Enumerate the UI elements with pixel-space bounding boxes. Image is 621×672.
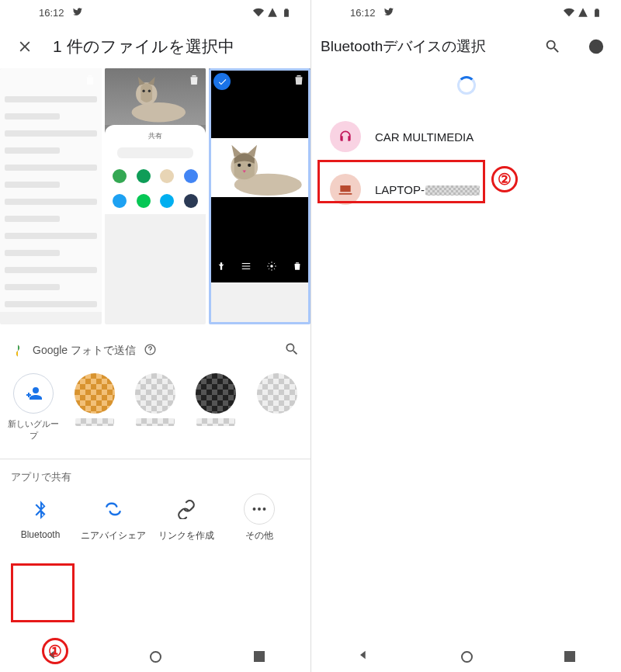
svg-point-7 xyxy=(238,164,241,167)
nearby-share-label: ニアバイシェア xyxy=(81,529,146,542)
status-icons xyxy=(564,7,602,18)
share-header: 1 件のファイルを選択中 xyxy=(0,25,310,68)
nav-recent[interactable] xyxy=(564,651,575,662)
svg-point-2 xyxy=(143,90,145,92)
bluetooth-app[interactable]: Bluetooth xyxy=(6,494,75,542)
nav-home[interactable] xyxy=(150,651,161,663)
svg-point-14 xyxy=(263,507,266,511)
svg-point-3 xyxy=(148,90,151,92)
android-navbar xyxy=(0,641,310,672)
device-car-label: CAR MULTIMEDIA xyxy=(375,130,474,144)
cat-photo xyxy=(209,138,310,197)
contact-item[interactable] xyxy=(67,373,121,442)
svg-point-11 xyxy=(150,352,151,352)
more-apps[interactable]: その他 xyxy=(225,494,293,542)
nav-recent[interactable] xyxy=(254,651,265,662)
trash-icon xyxy=(83,73,97,87)
more-icon xyxy=(244,494,275,525)
google-photos-send-row[interactable]: Google フォトで送信 xyxy=(0,341,310,359)
file-thumbnails: 共有 xyxy=(0,68,310,331)
close-icon xyxy=(16,38,33,55)
svg-point-0 xyxy=(132,102,186,123)
status-icons xyxy=(253,7,292,18)
share-contacts: 新しいグループ xyxy=(0,359,310,456)
new-group-label: 新しいグループ xyxy=(6,418,61,442)
share-via-apps-label: アプリで共有 xyxy=(0,462,310,489)
bt-header-title: Bluetoothデバイスの選択 xyxy=(321,36,486,57)
phone-right: 16:12 Bluetoothデバイスの選択 CAR MULTIMEDIA xyxy=(310,0,621,672)
header-title: 1 件のファイルを選択中 xyxy=(53,36,234,57)
close-button[interactable] xyxy=(9,31,40,62)
trash-icon xyxy=(292,73,306,87)
svg-point-16 xyxy=(595,50,597,51)
help-button[interactable] xyxy=(581,31,612,62)
device-laptop-label: LAPTOP- xyxy=(375,183,480,196)
create-link-app[interactable]: リンクを作成 xyxy=(152,494,220,542)
create-link-label: リンクを作成 xyxy=(158,529,214,542)
nav-back[interactable] xyxy=(46,649,58,664)
google-photos-icon xyxy=(11,344,25,358)
annotation-box-1 xyxy=(11,563,75,622)
thumbnail-3-selected[interactable] xyxy=(209,68,310,324)
link-icon xyxy=(171,494,202,525)
search-icon[interactable] xyxy=(284,341,300,359)
headphones-icon xyxy=(330,121,361,152)
cat-image xyxy=(120,68,190,125)
trash-icon xyxy=(187,73,201,87)
svg-point-8 xyxy=(248,164,251,167)
nearby-share-icon xyxy=(98,494,129,525)
new-group-button[interactable]: 新しいグループ xyxy=(6,373,61,442)
device-car-multimedia[interactable]: CAR MULTIMEDIA xyxy=(311,110,621,163)
help-icon[interactable] xyxy=(144,343,157,359)
svg-point-9 xyxy=(270,265,273,268)
status-bar: 16:12 xyxy=(311,0,621,25)
status-time: 16:12 xyxy=(39,7,64,19)
bluetooth-icon xyxy=(25,494,56,525)
laptop-icon xyxy=(330,174,361,205)
add-group-icon xyxy=(24,384,43,403)
redacted-name xyxy=(425,185,480,196)
nav-home[interactable] xyxy=(461,651,473,663)
phone-left: 16:12 1 件のファイルを選択中 xyxy=(0,0,310,672)
contact-item[interactable] xyxy=(189,373,243,442)
status-time: 16:12 xyxy=(350,7,376,19)
status-bar: 16:12 xyxy=(0,0,310,25)
contact-item[interactable] xyxy=(128,373,182,442)
google-photos-send-label: Google フォトで送信 xyxy=(33,344,136,358)
help-icon xyxy=(588,38,605,55)
android-navbar xyxy=(311,641,621,672)
loading-spinner xyxy=(457,76,476,95)
svg-point-12 xyxy=(253,507,256,511)
thumbnail-1[interactable] xyxy=(0,68,102,324)
twitter-icon xyxy=(72,6,83,19)
bt-header: Bluetoothデバイスの選択 xyxy=(311,25,621,68)
twitter-icon xyxy=(383,6,394,19)
share-apps-row: Bluetooth ニアバイシェア リンクを作成 その他 xyxy=(0,489,310,550)
search-button[interactable] xyxy=(537,31,568,62)
more-label: その他 xyxy=(245,529,273,542)
svg-point-13 xyxy=(258,507,261,511)
nav-back[interactable] xyxy=(357,649,369,664)
search-icon xyxy=(544,38,561,55)
thumbnail-2[interactable]: 共有 xyxy=(105,68,206,324)
device-laptop[interactable]: LAPTOP- xyxy=(311,163,621,216)
divider xyxy=(0,459,310,459)
bluetooth-label: Bluetooth xyxy=(21,529,61,540)
contact-item[interactable] xyxy=(250,373,304,442)
nearby-share-app[interactable]: ニアバイシェア xyxy=(79,494,147,542)
